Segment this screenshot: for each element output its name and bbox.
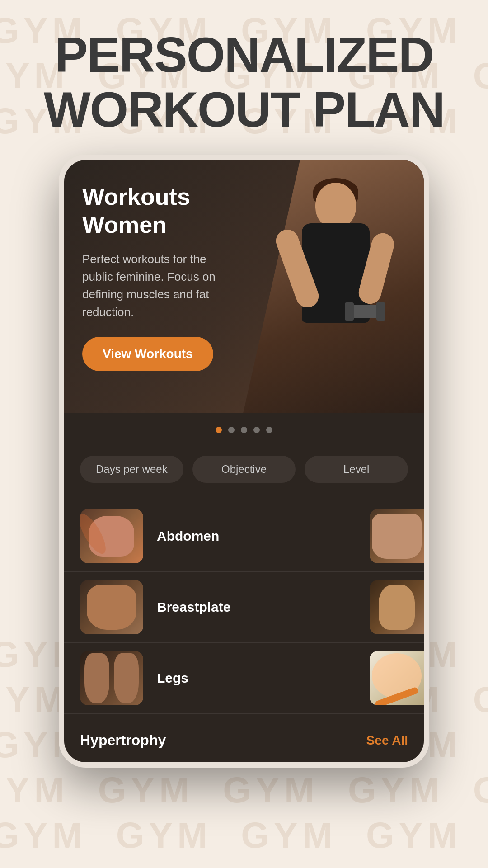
phone-mockup: Workouts Women Perfect workouts for the … [59,155,429,768]
legs-thumbnail [80,651,143,705]
hero-section: Workouts Women Perfect workouts for the … [64,160,424,413]
dot-1[interactable] [216,427,222,433]
legs-label: Legs [157,670,188,686]
page-title: PERSONALIZED WORKOUT PLAN [27,27,461,137]
dot-2[interactable] [228,427,235,433]
hero-title: Workouts Women [82,183,236,239]
workout-item-legs[interactable]: Legs [64,643,424,714]
right-thumbnail-breastplate [370,580,424,634]
bottom-section: Hypertrophy See All [64,718,424,762]
page-header: PERSONALIZED WORKOUT PLAN [0,0,488,155]
dot-3[interactable] [241,427,247,433]
filter-objective[interactable]: Objective [192,456,296,483]
dot-5[interactable] [266,427,272,433]
breastplate-label: Breastplate [157,599,230,615]
workout-list: Abdomen Breastplate Legs [64,496,424,718]
figure-head [315,183,356,228]
hero-description: Perfect workouts for the public feminine… [82,250,236,321]
abdomen-label: Abdomen [157,528,219,544]
filter-level[interactable]: Level [305,456,408,483]
dot-4[interactable] [253,427,260,433]
hero-figure [239,169,410,404]
phone-container: Workouts Women Perfect workouts for the … [0,155,488,768]
hypertrophy-label: Hypertrophy [80,732,166,749]
see-all-link[interactable]: See All [366,733,408,748]
right-thumbnail-abdomen [370,509,424,563]
carousel-dots [64,413,424,442]
view-workouts-button[interactable]: View Workouts [82,337,213,371]
filter-section: Days per week Objective Level [64,442,424,496]
workout-item-abdomen[interactable]: Abdomen [64,501,424,572]
hero-content: Workouts Women Perfect workouts for the … [82,183,236,371]
figure-dumbbell [347,305,383,318]
abdomen-thumbnail [80,509,143,563]
workout-item-breastplate[interactable]: Breastplate [64,572,424,643]
right-thumbnail-legs [370,651,424,705]
breastplate-thumbnail [80,580,143,634]
filter-days-per-week[interactable]: Days per week [80,456,183,483]
